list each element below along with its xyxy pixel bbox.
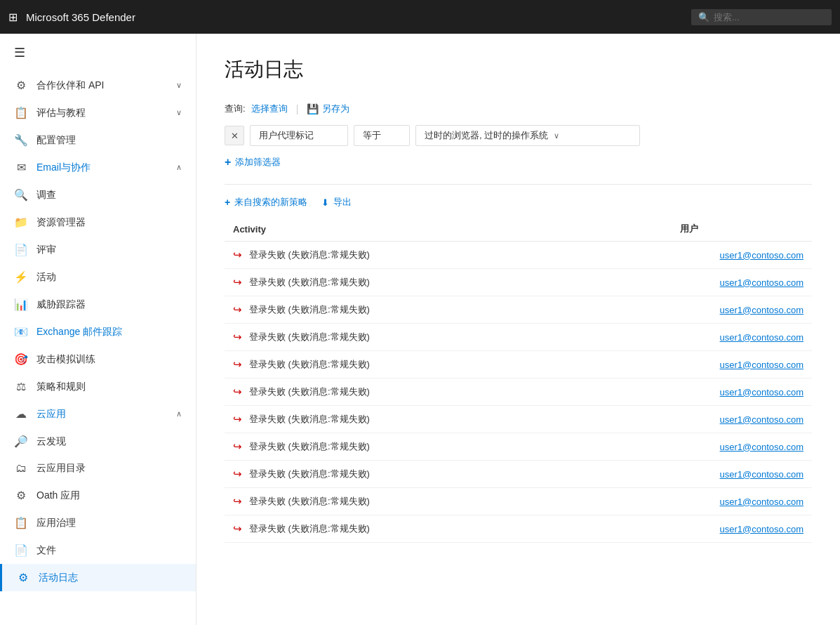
plus-icon: +	[225, 156, 231, 169]
hamburger-button[interactable]: ☰	[0, 34, 196, 72]
sidebar-item-cloud-apps[interactable]: ☁ 云应用 ∧	[0, 400, 196, 428]
sidebar-item-policies-rules[interactable]: ⚖ 策略和规则	[0, 373, 196, 400]
sidebar-label-partners-api: 合作伙伴和 API	[36, 79, 168, 92]
save-as-button[interactable]: 💾 另存为	[307, 103, 349, 115]
table-cell-user[interactable]: user1@contoso.com	[672, 461, 812, 488]
sidebar-item-app-governance[interactable]: 📋 应用治理	[0, 509, 196, 537]
table-cell-user[interactable]: user1@contoso.com	[672, 379, 812, 406]
sidebar-item-activity-log[interactable]: ⚙ 活动日志	[0, 564, 196, 591]
sidebar-item-partners-api[interactable]: ⚙ 合作伙伴和 API ∨	[0, 72, 196, 99]
sidebar-item-assessment[interactable]: 📋 评估与教程 ∨	[0, 99, 196, 126]
sidebar-label-oauth: Oath 应用	[36, 489, 182, 502]
sidebar-item-activities[interactable]: ⚡ 活动	[0, 263, 196, 291]
table-row[interactable]: ↪ 登录失败 (失败消息:常规失败) user1@contoso.com	[225, 269, 812, 296]
page-title: 活动日志	[225, 56, 812, 83]
sidebar-item-investigation[interactable]: 🔍 调查	[0, 181, 196, 209]
login-failed-icon: ↪	[233, 413, 242, 426]
sidebar-item-oauth-apps[interactable]: ⚙ Oath 应用	[0, 482, 196, 509]
login-failed-icon: ↪	[233, 440, 242, 453]
table-row[interactable]: ↪ 登录失败 (失败消息:常规失败) user1@contoso.com	[225, 379, 812, 406]
query-separator: |	[296, 103, 299, 114]
table-cell-user[interactable]: user1@contoso.com	[672, 515, 812, 543]
table-cell-user[interactable]: user1@contoso.com	[672, 406, 812, 433]
search-input[interactable]	[714, 12, 825, 22]
add-filter-button[interactable]: + 添加筛选器	[225, 152, 812, 173]
search-icon: 🔍	[698, 12, 709, 22]
table-row[interactable]: ↪ 登录失败 (失败消息:常规失败) user1@contoso.com	[225, 296, 812, 324]
table-row[interactable]: ↪ 登录失败 (失败消息:常规失败) user1@contoso.com	[225, 351, 812, 379]
column-header-activity: Activity	[225, 217, 672, 242]
filter-row: ✕ 用户代理标记 等于 过时的浏览器, 过时的操作系统 ∨	[225, 125, 812, 146]
sidebar-label-config: 配置管理	[36, 134, 182, 147]
login-failed-icon: ↪	[233, 358, 242, 371]
sidebar-label-activities: 活动	[36, 271, 182, 284]
filter-field-input[interactable]: 用户代理标记	[250, 125, 348, 146]
table-row[interactable]: ↪ 登录失败 (失败消息:常规失败) user1@contoso.com	[225, 433, 812, 461]
table-cell-user[interactable]: user1@contoso.com	[672, 242, 812, 269]
column-header-user: 用户	[672, 217, 812, 242]
sidebar-item-files[interactable]: 📄 文件	[0, 537, 196, 564]
resource-icon: 📁	[14, 216, 28, 229]
plus-icon: +	[225, 197, 230, 208]
table-row[interactable]: ↪ 登录失败 (失败消息:常规失败) user1@contoso.com	[225, 488, 812, 515]
table-cell-activity: ↪ 登录失败 (失败消息:常规失败)	[225, 461, 672, 488]
export-label: 导出	[333, 196, 352, 209]
table-cell-user[interactable]: user1@contoso.com	[672, 351, 812, 379]
download-icon: ⬇	[321, 197, 329, 208]
activities-icon: ⚡	[14, 270, 28, 284]
table-row[interactable]: ↪ 登录失败 (失败消息:常规失败) user1@contoso.com	[225, 515, 812, 543]
table-cell-user[interactable]: user1@contoso.com	[672, 488, 812, 515]
login-failed-icon: ↪	[233, 468, 242, 480]
search-box[interactable]: 🔍	[691, 9, 832, 25]
filter-operator-input[interactable]: 等于	[354, 125, 410, 146]
table-cell-activity: ↪ 登录失败 (失败消息:常规失败)	[225, 296, 672, 324]
table-row[interactable]: ↪ 登录失败 (失败消息:常规失败) user1@contoso.com	[225, 461, 812, 488]
login-failed-icon: ↪	[233, 276, 242, 289]
table-row[interactable]: ↪ 登录失败 (失败消息:常规失败) user1@contoso.com	[225, 242, 812, 269]
sidebar-item-resource-manager[interactable]: 📁 资源管理器	[0, 209, 196, 236]
policies-icon: ⚖	[14, 380, 28, 393]
sidebar-item-cloud-app-catalog[interactable]: 🗂 云应用目录	[0, 455, 196, 482]
login-failed-icon: ↪	[233, 495, 242, 508]
query-bar: 查询: 选择查询 | 💾 另存为	[225, 103, 812, 115]
sidebar-item-config-management[interactable]: 🔧 配置管理	[0, 126, 196, 154]
sidebar-item-email-collab[interactable]: ✉ Email与协作 ∧	[0, 154, 196, 181]
table-cell-activity: ↪ 登录失败 (失败消息:常规失败)	[225, 488, 672, 515]
sidebar-item-attack-sim[interactable]: 🎯 攻击模拟训练	[0, 346, 196, 373]
table-cell-user[interactable]: user1@contoso.com	[672, 324, 812, 351]
export-button[interactable]: ⬇ 导出	[321, 196, 352, 209]
table-cell-activity: ↪ 登录失败 (失败消息:常规失败)	[225, 269, 672, 296]
threat-icon: 📊	[14, 298, 28, 311]
sidebar-label-email: Email与协作	[36, 162, 168, 174]
sidebar-label-exchange: Exchange 邮件跟踪	[36, 326, 182, 338]
table-row[interactable]: ↪ 登录失败 (失败消息:常规失败) user1@contoso.com	[225, 406, 812, 433]
remove-filter-button[interactable]: ✕	[225, 126, 244, 145]
table-cell-activity: ↪ 登录失败 (失败消息:常规失败)	[225, 324, 672, 351]
chevron-down-icon: ∨	[176, 108, 182, 117]
apps-grid-icon[interactable]: ⊞	[8, 11, 18, 24]
sidebar-item-review[interactable]: 📄 评审	[0, 236, 196, 263]
table-cell-user[interactable]: user1@contoso.com	[672, 296, 812, 324]
sidebar-item-cloud-discovery[interactable]: 🔎 云发现	[0, 428, 196, 455]
sidebar-label-cloud-discovery: 云发现	[36, 435, 182, 448]
table-cell-activity: ↪ 登录失败 (失败消息:常规失败)	[225, 379, 672, 406]
table-cell-activity: ↪ 登录失败 (失败消息:常规失败)	[225, 406, 672, 433]
sidebar-label-assessment: 评估与教程	[36, 107, 168, 119]
new-policy-button[interactable]: + 来自搜索的新策略	[225, 196, 307, 209]
partners-icon: ⚙	[14, 79, 28, 92]
table-cell-user[interactable]: user1@contoso.com	[672, 433, 812, 461]
table-row[interactable]: ↪ 登录失败 (失败消息:常规失败) user1@contoso.com	[225, 324, 812, 351]
app-catalog-icon: 🗂	[14, 462, 28, 475]
login-failed-icon: ↪	[233, 331, 242, 343]
action-bar: + 来自搜索的新策略 ⬇ 导出	[225, 196, 812, 209]
query-select-dropdown[interactable]: 选择查询	[251, 103, 288, 115]
sidebar-item-exchange-trace[interactable]: 📧 Exchange 邮件跟踪	[0, 318, 196, 346]
query-label: 查询:	[225, 103, 246, 115]
filter-value-input[interactable]: 过时的浏览器, 过时的操作系统 ∨	[415, 125, 640, 146]
divider	[225, 184, 812, 185]
sidebar-item-threat-tracker[interactable]: 📊 威胁跟踪器	[0, 291, 196, 318]
sidebar: ☰ ⚙ 合作伙伴和 API ∨ 📋 评估与教程 ∨ 🔧 配置管理 ✉ Email…	[0, 34, 196, 625]
cloud-discovery-icon: 🔎	[14, 435, 28, 448]
sidebar-label-threat: 威胁跟踪器	[36, 298, 182, 311]
table-cell-user[interactable]: user1@contoso.com	[672, 269, 812, 296]
